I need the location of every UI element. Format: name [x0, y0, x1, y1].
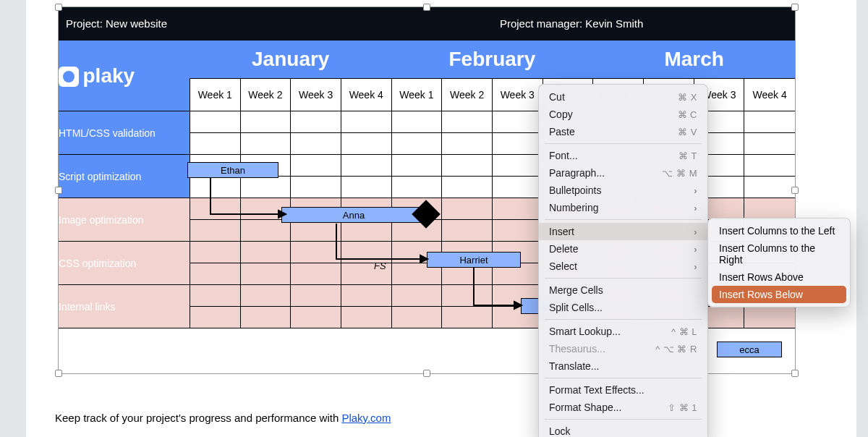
brand-cell: plaky: [59, 41, 190, 111]
menu-item-shortcut: ⌘ V: [678, 127, 697, 137]
resize-handle[interactable]: [791, 370, 799, 377]
menu-item[interactable]: Delete›: [539, 240, 707, 258]
menu-item[interactable]: Select›: [539, 258, 707, 275]
week-header: Week 4: [744, 79, 796, 111]
menu-item[interactable]: Bulletpoints›: [539, 182, 707, 199]
menu-item-label: Format Text Effects...: [549, 384, 644, 396]
submenu-item[interactable]: Insert Rows Below: [712, 286, 846, 303]
menu-item-label: Bulletpoints: [549, 184, 601, 196]
menu-item-label: Lock: [549, 425, 571, 437]
menu-item-shortcut: ›: [694, 261, 697, 272]
menu-item-label: Cut: [549, 91, 565, 103]
menu-item-shortcut: ⌘ X: [678, 92, 697, 103]
menu-item-shortcut: ›: [694, 226, 697, 237]
menu-item-shortcut: ⇧ ⌘ 1: [668, 402, 697, 413]
menu-item-label: Insert: [549, 226, 574, 237]
menu-item-shortcut: ⌘ C: [678, 109, 698, 120]
menu-item-label: Thesaurus...: [549, 343, 605, 355]
menu-item-label: Paragraph...: [549, 167, 605, 179]
menu-item[interactable]: Insert›: [539, 223, 707, 240]
menu-item[interactable]: Translate...: [539, 357, 707, 375]
menu-item-label: Select: [549, 260, 577, 272]
menu-item-shortcut: ⌘ T: [678, 150, 697, 161]
menu-item-label: Merge Cells: [549, 284, 603, 296]
manager-label: Project manager: Kevin Smith: [492, 7, 795, 41]
menu-item-label: Copy: [549, 109, 573, 120]
menu-item[interactable]: Lock: [539, 423, 707, 437]
task-label[interactable]: Internal links: [59, 285, 190, 328]
month-header: March: [593, 41, 796, 79]
gantt-bar[interactable]: ecca: [717, 341, 782, 357]
menu-item: Thesaurus...^ ⌥ ⌘ R: [539, 340, 707, 357]
menu-item-shortcut: ›: [694, 185, 697, 196]
menu-item[interactable]: Split Cells...: [539, 299, 707, 316]
task-label[interactable]: HTML/CSS validation: [59, 111, 190, 155]
menu-item-label: Paste: [549, 126, 575, 137]
menu-item[interactable]: Format Text Effects...: [539, 381, 707, 399]
context-menu[interactable]: Cut⌘ XCopy⌘ CPaste⌘ VFont...⌘ TParagraph…: [538, 84, 708, 437]
task-label[interactable]: Script optimization: [59, 155, 190, 198]
footer-caption: Keep track of your project's progress an…: [55, 412, 391, 424]
submenu-item[interactable]: Insert Rows Above: [712, 268, 846, 286]
chevron-right-icon: ›: [694, 226, 697, 237]
plaky-logo-icon: [59, 67, 79, 87]
menu-item-label: Format Shape...: [549, 402, 621, 413]
gantt-bar[interactable]: Ethan: [187, 162, 278, 178]
menu-item[interactable]: Cut⌘ X: [539, 88, 707, 106]
gantt-bar[interactable]: Anna: [281, 207, 426, 223]
menu-item-label: Smart Lookup...: [549, 326, 621, 337]
assignee: ecca: [739, 344, 759, 355]
menu-item-shortcut: ^ ⌘ L: [671, 326, 697, 337]
assignee: Ethan: [221, 165, 245, 176]
chevron-right-icon: ›: [694, 261, 697, 272]
project-label: Project: New website: [59, 7, 493, 41]
task-label[interactable]: CSS optimization: [59, 242, 190, 285]
menu-item[interactable]: Copy⌘ C: [539, 106, 707, 123]
resize-handle[interactable]: [423, 370, 430, 377]
menu-item[interactable]: Paste⌘ V: [539, 123, 707, 140]
menu-item-shortcut: ›: [694, 244, 697, 255]
menu-item[interactable]: Smart Lookup...^ ⌘ L: [539, 323, 707, 340]
menu-item[interactable]: Font...⌘ T: [539, 147, 707, 164]
week-header: Week 3: [492, 79, 542, 111]
context-submenu[interactable]: Insert Columns to the LeftInsert Columns…: [707, 218, 851, 307]
chevron-right-icon: ›: [694, 244, 697, 255]
menu-item-label: Numbering: [549, 202, 598, 213]
chevron-right-icon: ›: [694, 203, 697, 213]
brand-name: plaky: [83, 64, 135, 87]
menu-item[interactable]: Merge Cells: [539, 281, 707, 299]
submenu-item[interactable]: Insert Columns to the Right: [712, 239, 846, 268]
assignee: Anna: [343, 210, 365, 221]
chevron-right-icon: ›: [694, 185, 697, 196]
menu-item-label: Font...: [549, 150, 578, 161]
week-header: Week 1: [190, 79, 240, 111]
assignee: Harriet: [459, 255, 488, 266]
week-header: Week 4: [341, 79, 391, 111]
week-header: Week 2: [240, 79, 291, 111]
week-header: Week 1: [391, 79, 442, 111]
resize-handle[interactable]: [55, 370, 62, 377]
week-header: Week 2: [442, 79, 493, 111]
menu-item-shortcut: ›: [694, 203, 697, 213]
menu-item[interactable]: Paragraph...⌥ ⌘ M: [539, 164, 707, 182]
gantt-bar[interactable]: Harriet: [427, 252, 521, 268]
task-label[interactable]: Image optimization: [59, 198, 190, 242]
menu-item-shortcut: ⌥ ⌘ M: [662, 168, 697, 179]
menu-item[interactable]: Format Shape...⇧ ⌘ 1: [539, 399, 707, 416]
menu-item-label: Split Cells...: [549, 302, 603, 313]
plaky-link[interactable]: Plaky.com: [341, 412, 391, 424]
week-header: Week 3: [291, 79, 341, 111]
month-header: February: [391, 41, 593, 79]
menu-item-shortcut: ^ ⌥ ⌘ R: [655, 344, 697, 355]
menu-item[interactable]: Numbering›: [539, 199, 707, 216]
menu-item-label: Translate...: [549, 360, 600, 372]
month-header: January: [190, 41, 391, 79]
submenu-item[interactable]: Insert Columns to the Left: [712, 222, 846, 239]
menu-item-label: Delete: [549, 243, 578, 255]
